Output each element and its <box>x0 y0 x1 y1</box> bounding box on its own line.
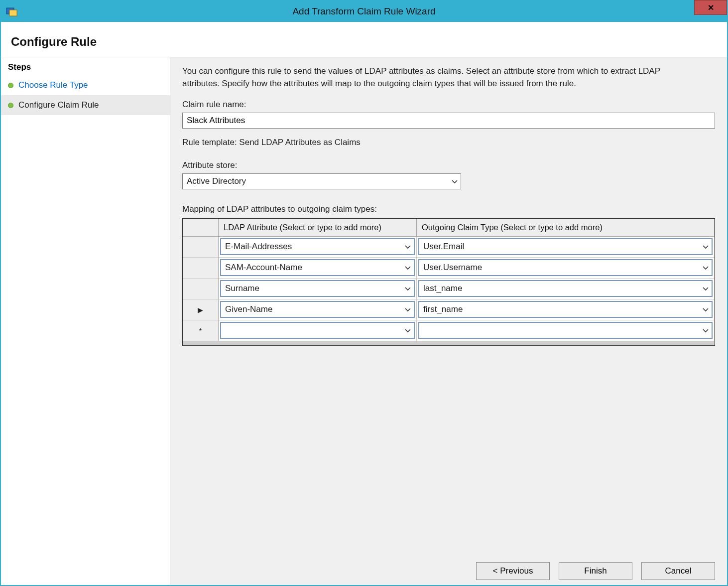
outgoing-claim-dropdown[interactable]: User.Email <box>418 238 713 255</box>
grid-row: * <box>183 320 715 341</box>
main-panel: You can configure this rule to send the … <box>170 57 727 585</box>
row-marker-new-icon: * <box>199 327 202 335</box>
chevron-down-icon <box>452 176 458 186</box>
claim-rule-name-input[interactable] <box>182 113 715 129</box>
chevron-down-icon <box>703 325 709 335</box>
row-header[interactable]: ▶ <box>183 299 219 320</box>
rule-template-text: Rule template: Send LDAP Attributes as C… <box>182 138 715 147</box>
finish-button[interactable]: Finish <box>559 562 632 580</box>
step-bullet-icon <box>8 83 13 88</box>
chevron-down-icon <box>405 284 411 293</box>
intro-text: You can configure this rule to send the … <box>182 65 685 90</box>
ldap-attribute-value: SAM-Account-Name <box>225 263 302 273</box>
grid-header-row: LDAP Attribute (Select or type to add mo… <box>183 219 715 237</box>
row-header[interactable] <box>183 237 219 258</box>
outgoing-claim-value: last_name <box>423 284 462 293</box>
grid-header-rowselector <box>183 219 219 237</box>
row-header[interactable] <box>183 279 219 299</box>
outgoing-claim-value: first_name <box>423 304 463 314</box>
row-marker-current-icon: ▶ <box>198 306 203 314</box>
chevron-down-icon <box>405 325 411 335</box>
outgoing-claim-value: User.Email <box>423 242 464 252</box>
chevron-down-icon <box>703 242 709 252</box>
chevron-down-icon <box>703 284 709 293</box>
step-bullet-icon <box>8 103 13 108</box>
chevron-down-icon <box>405 242 411 252</box>
ldap-attribute-dropdown[interactable]: SAM-Account-Name <box>220 259 415 276</box>
row-header[interactable] <box>183 258 219 279</box>
sidebar-title: Steps <box>1 57 170 75</box>
step-label: Configure Claim Rule <box>18 100 99 110</box>
attribute-store-value: Active Directory <box>187 176 246 186</box>
svg-rect-1 <box>9 10 17 16</box>
close-button[interactable]: ✕ <box>694 0 727 15</box>
close-icon: ✕ <box>708 3 714 12</box>
outgoing-claim-dropdown[interactable]: first_name <box>418 301 713 318</box>
ldap-attribute-value: Given-Name <box>225 304 272 314</box>
previous-button[interactable]: < Previous <box>476 562 550 580</box>
ldap-attribute-value: Surname <box>225 284 259 293</box>
ldap-attribute-dropdown[interactable]: E-Mail-Addresses <box>220 238 415 255</box>
wizard-body: Steps Choose Rule Type Configure Claim R… <box>1 57 727 585</box>
step-choose-rule-type[interactable]: Choose Rule Type <box>1 75 170 95</box>
cancel-button[interactable]: Cancel <box>641 562 715 580</box>
page-title: Configure Rule <box>1 22 727 57</box>
grid-header-claim: Outgoing Claim Type (Select or type to a… <box>417 219 715 237</box>
window-title: Add Transform Claim Rule Wizard <box>1 6 727 17</box>
wizard-window: Add Transform Claim Rule Wizard ✕ Config… <box>0 0 728 586</box>
outgoing-claim-value: User.Username <box>423 263 482 273</box>
mapping-grid: LDAP Attribute (Select or type to add mo… <box>182 218 715 346</box>
chevron-down-icon <box>405 263 411 273</box>
attribute-store-dropdown[interactable]: Active Directory <box>182 173 461 189</box>
grid-row: SAM-Account-Name User.Username <box>183 258 715 279</box>
chevron-down-icon <box>405 304 411 314</box>
claim-rule-name-label: Claim rule name: <box>182 100 715 110</box>
step-configure-claim-rule[interactable]: Configure Claim Rule <box>1 95 170 115</box>
grid-row: ▶ Given-Name first_name <box>183 299 715 320</box>
app-icon <box>5 5 18 18</box>
attribute-store-label: Attribute store: <box>182 160 715 170</box>
outgoing-claim-dropdown[interactable]: User.Username <box>418 259 713 276</box>
ldap-attribute-value: E-Mail-Addresses <box>225 242 292 252</box>
row-header[interactable]: * <box>183 320 219 341</box>
ldap-attribute-dropdown[interactable]: Surname <box>220 280 415 297</box>
grid-row: E-Mail-Addresses User.Email <box>183 237 715 258</box>
grid-bottom-pad <box>183 341 715 345</box>
step-link[interactable]: Choose Rule Type <box>18 80 88 90</box>
titlebar: Add Transform Claim Rule Wizard ✕ <box>1 1 727 22</box>
chevron-down-icon <box>703 263 709 273</box>
mapping-label: Mapping of LDAP attributes to outgoing c… <box>182 204 715 214</box>
grid-header-ldap: LDAP Attribute (Select or type to add mo… <box>219 219 417 237</box>
outgoing-claim-dropdown[interactable] <box>418 322 713 339</box>
chevron-down-icon <box>703 304 709 314</box>
wizard-footer: < Previous Finish Cancel <box>182 555 715 580</box>
ldap-attribute-dropdown[interactable] <box>220 322 415 339</box>
grid-row: Surname last_name <box>183 279 715 299</box>
outgoing-claim-dropdown[interactable]: last_name <box>418 280 713 297</box>
ldap-attribute-dropdown[interactable]: Given-Name <box>220 301 415 318</box>
steps-sidebar: Steps Choose Rule Type Configure Claim R… <box>1 57 170 585</box>
